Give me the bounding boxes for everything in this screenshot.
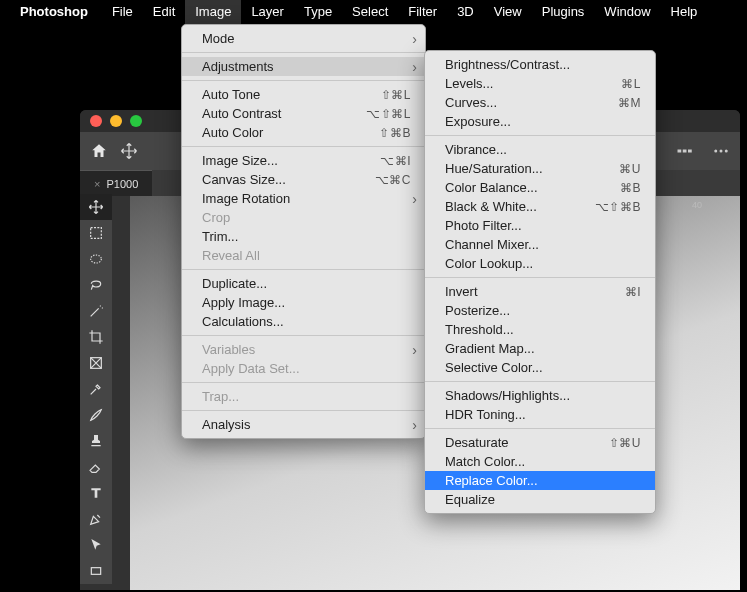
menu-layer[interactable]: Layer — [241, 0, 294, 24]
tool-type[interactable] — [80, 480, 112, 506]
mi-crop: Crop — [182, 208, 425, 227]
mi-exposure[interactable]: Exposure... — [425, 112, 655, 131]
mi-hue-saturation[interactable]: Hue/Saturation...⌘U — [425, 159, 655, 178]
tool-rectangle[interactable] — [80, 558, 112, 584]
mi-channel-mixer[interactable]: Channel Mixer... — [425, 235, 655, 254]
mi-color-lookup[interactable]: Color Lookup... — [425, 254, 655, 273]
adjustments-menu: Brightness/Contrast... Levels...⌘L Curve… — [424, 50, 656, 514]
tool-marquee[interactable] — [80, 246, 112, 272]
svg-point-7 — [91, 255, 102, 263]
window-zoom-button[interactable] — [130, 115, 142, 127]
menu-image[interactable]: Image — [185, 0, 241, 24]
mi-trap: Trap... — [182, 387, 425, 406]
svg-rect-9 — [91, 568, 100, 575]
mi-match-color[interactable]: Match Color... — [425, 452, 655, 471]
mi-selective-color[interactable]: Selective Color... — [425, 358, 655, 377]
tool-move[interactable] — [80, 194, 112, 220]
menu-select[interactable]: Select — [342, 0, 398, 24]
tool-frame[interactable] — [80, 350, 112, 376]
overflow-icon[interactable] — [712, 142, 730, 160]
mi-reveal-all: Reveal All — [182, 246, 425, 265]
mi-trim[interactable]: Trim... — [182, 227, 425, 246]
mi-curves[interactable]: Curves...⌘M — [425, 93, 655, 112]
app-name[interactable]: Photoshop — [6, 0, 102, 24]
mi-black-white[interactable]: Black & White...⌥⇧⌘B — [425, 197, 655, 216]
tool-path-select[interactable] — [80, 532, 112, 558]
toolbox — [80, 194, 112, 584]
mi-duplicate[interactable]: Duplicate... — [182, 274, 425, 293]
mi-variables: Variables — [182, 340, 425, 359]
move-tool-icon[interactable] — [120, 142, 138, 160]
tool-stamp[interactable] — [80, 428, 112, 454]
mi-vibrance[interactable]: Vibrance... — [425, 140, 655, 159]
ruler-tick: 40 — [692, 200, 702, 210]
mi-invert[interactable]: Invert⌘I — [425, 282, 655, 301]
mi-apply-data-set: Apply Data Set... — [182, 359, 425, 378]
svg-point-5 — [725, 150, 728, 153]
menu-view[interactable]: View — [484, 0, 532, 24]
mi-image-rotation[interactable]: Image Rotation — [182, 189, 425, 208]
mi-threshold[interactable]: Threshold... — [425, 320, 655, 339]
menu-filter[interactable]: Filter — [398, 0, 447, 24]
tool-pen[interactable] — [80, 506, 112, 532]
panel-bar-icon[interactable] — [676, 142, 694, 160]
menu-3d[interactable]: 3D — [447, 0, 484, 24]
mi-levels[interactable]: Levels...⌘L — [425, 74, 655, 93]
menu-type[interactable]: Type — [294, 0, 342, 24]
tool-wand[interactable] — [80, 298, 112, 324]
mi-analysis[interactable]: Analysis — [182, 415, 425, 434]
mi-adjustments[interactable]: Adjustments — [182, 57, 425, 76]
tool-artboard[interactable] — [80, 220, 112, 246]
svg-rect-1 — [683, 150, 687, 153]
svg-point-4 — [720, 150, 723, 153]
mi-equalize[interactable]: Equalize — [425, 490, 655, 509]
window-close-button[interactable] — [90, 115, 102, 127]
tool-brush[interactable] — [80, 402, 112, 428]
mi-canvas-size[interactable]: Canvas Size...⌥⌘C — [182, 170, 425, 189]
mi-photo-filter[interactable]: Photo Filter... — [425, 216, 655, 235]
home-icon[interactable] — [90, 142, 108, 160]
mi-color-balance[interactable]: Color Balance...⌘B — [425, 178, 655, 197]
mi-desaturate[interactable]: Desaturate⇧⌘U — [425, 433, 655, 452]
mi-hdr-toning[interactable]: HDR Toning... — [425, 405, 655, 424]
mi-gradient-map[interactable]: Gradient Map... — [425, 339, 655, 358]
mi-image-size[interactable]: Image Size...⌥⌘I — [182, 151, 425, 170]
tool-eyedropper[interactable] — [80, 376, 112, 402]
mi-auto-contrast[interactable]: Auto Contrast⌥⇧⌘L — [182, 104, 425, 123]
svg-point-3 — [714, 150, 717, 153]
menu-help[interactable]: Help — [661, 0, 708, 24]
mi-brightness-contrast[interactable]: Brightness/Contrast... — [425, 55, 655, 74]
mi-mode[interactable]: Mode — [182, 29, 425, 48]
svg-rect-0 — [678, 150, 682, 153]
svg-rect-2 — [688, 150, 692, 153]
menu-plugins[interactable]: Plugins — [532, 0, 595, 24]
tool-crop[interactable] — [80, 324, 112, 350]
mi-shadows-highlights[interactable]: Shadows/Highlights... — [425, 386, 655, 405]
document-tab-label: P1000 — [106, 178, 138, 190]
mi-posterize[interactable]: Posterize... — [425, 301, 655, 320]
menu-file[interactable]: File — [102, 0, 143, 24]
mi-apply-image[interactable]: Apply Image... — [182, 293, 425, 312]
svg-rect-6 — [91, 228, 102, 239]
tab-close-icon[interactable]: × — [94, 178, 100, 190]
tool-eraser[interactable] — [80, 454, 112, 480]
mi-auto-tone[interactable]: Auto Tone⇧⌘L — [182, 85, 425, 104]
image-menu: Mode Adjustments Auto Tone⇧⌘L Auto Contr… — [181, 24, 426, 439]
mi-calculations[interactable]: Calculations... — [182, 312, 425, 331]
mi-auto-color[interactable]: Auto Color⇧⌘B — [182, 123, 425, 142]
menu-window[interactable]: Window — [594, 0, 660, 24]
menu-edit[interactable]: Edit — [143, 0, 185, 24]
window-minimize-button[interactable] — [110, 115, 122, 127]
mi-replace-color[interactable]: Replace Color... — [425, 471, 655, 490]
document-tab[interactable]: × P1000 — [80, 170, 152, 196]
tool-lasso[interactable] — [80, 272, 112, 298]
menubar: Photoshop File Edit Image Layer Type Sel… — [0, 0, 747, 24]
